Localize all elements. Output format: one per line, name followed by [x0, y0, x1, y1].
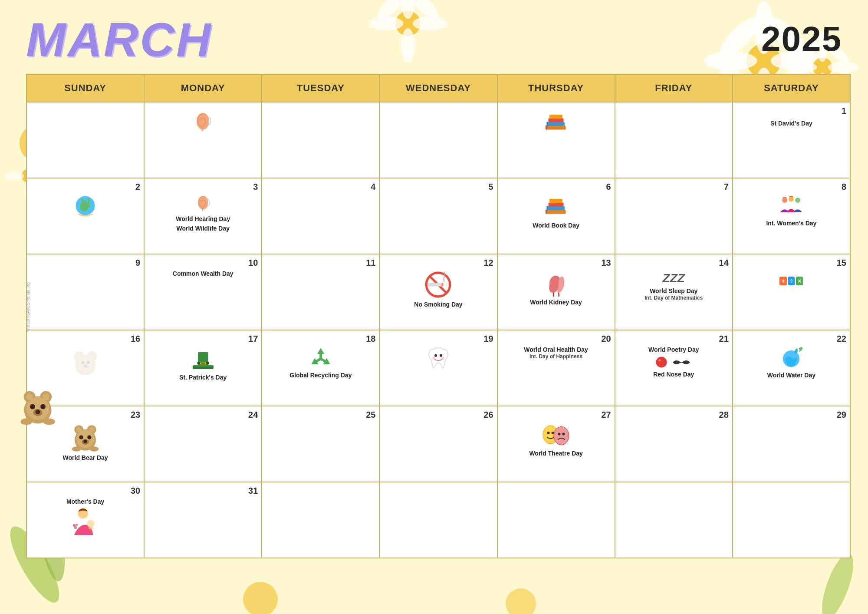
event-st-patricks-day: St. Patrick's Day	[148, 373, 258, 381]
svg-point-64	[86, 361, 89, 364]
day-cell-16: 16	[26, 330, 144, 406]
day-cell-22: 22 World Water Day	[733, 330, 850, 406]
svg-rect-42	[547, 122, 548, 126]
svg-point-92	[89, 446, 99, 452]
day-cell	[615, 102, 733, 178]
svg-rect-41	[546, 125, 547, 130]
event-st-davids-day: St David's Day	[770, 119, 812, 127]
header-friday: FRIDAY	[615, 74, 733, 102]
svg-point-31	[3, 172, 24, 180]
day-number-16: 16	[30, 334, 140, 344]
day-cell-saturday: 1 St David's Day	[733, 102, 850, 178]
svg-point-103	[75, 524, 78, 526]
weekday-header-row: SUNDAY MONDAY TUESDAY WEDNESDAY THURSDAY…	[26, 74, 850, 102]
day-cell-15: 15 + ÷ ×	[733, 254, 850, 330]
svg-point-63	[81, 361, 84, 364]
day-cell-25: 25	[262, 406, 379, 482]
svg-rect-38	[547, 122, 565, 126]
day-cell	[497, 102, 615, 178]
calendar-table: SUNDAY MONDAY TUESDAY WEDNESDAY THURSDAY…	[26, 74, 851, 558]
day-cell-2: 2	[26, 178, 144, 254]
day-cell-19: 19	[379, 330, 497, 406]
header-monday: MONDAY	[144, 74, 262, 102]
svg-rect-57	[443, 283, 448, 287]
event-world-hearing-day: World Hearing Day	[148, 215, 258, 223]
svg-point-89	[76, 427, 82, 432]
year-title: 2025	[761, 19, 842, 59]
day-number-28: 28	[619, 410, 729, 420]
week-row-2: 2 3	[26, 178, 850, 254]
day-cell-6: 6 World Book Day	[497, 178, 615, 254]
svg-rect-45	[546, 210, 566, 214]
event-int-womens-day: Int. Women's Day	[736, 219, 846, 227]
day-number-24: 24	[148, 410, 258, 420]
day-cell-empty-3	[497, 482, 615, 558]
week-row-4: 16 17	[26, 330, 850, 406]
svg-point-100	[86, 520, 94, 528]
day-number-6: 6	[501, 182, 611, 192]
svg-point-27	[815, 550, 860, 614]
header-thursday: THURSDAY	[497, 74, 615, 102]
day-cell-18: 18 Global Recycling Day	[262, 330, 379, 406]
day-cell	[379, 102, 497, 178]
math-icon-divide: ÷	[788, 277, 795, 285]
day-number-29: 29	[736, 410, 846, 420]
math-icon-plus: +	[779, 277, 786, 285]
event-int-day-happiness: Int. Day of Happiness	[501, 353, 611, 360]
svg-point-90	[89, 427, 94, 432]
day-number-2: 2	[30, 182, 140, 192]
svg-point-95	[552, 432, 554, 434]
watermark: NurseriesAndSchools.org	[26, 282, 30, 331]
svg-point-62	[78, 356, 93, 371]
day-cell-29: 29	[733, 406, 850, 482]
day-cell-empty-1	[262, 482, 379, 558]
day-cell-30: 30 Mother's Day	[26, 482, 144, 558]
event-world-oral-health-day: World Oral Health Day	[501, 346, 611, 353]
day-cell-empty-5	[733, 482, 850, 558]
day-1-content: St David's Day	[736, 118, 846, 127]
event-world-kidney-day: World Kidney Day	[501, 298, 611, 306]
day-number-30: 30	[30, 486, 140, 496]
day-number-17: 17	[148, 334, 258, 344]
svg-rect-58	[442, 283, 444, 287]
week-row-3: 9 10 Common Wealth Day 11 12	[26, 254, 850, 330]
day-cell-4: 4	[262, 178, 379, 254]
svg-point-75	[432, 357, 435, 360]
day-number-9: 9	[30, 258, 140, 268]
day-cell-14: 14 ZZZ World Sleep Day Int. Day of Mathe…	[615, 254, 733, 330]
svg-point-86	[87, 436, 91, 439]
day-number-22: 22	[736, 334, 846, 344]
day-number-25: 25	[266, 410, 375, 420]
week-row-5: 23	[26, 406, 850, 482]
header-wednesday: WEDNESDAY	[379, 74, 497, 102]
svg-point-74	[440, 354, 442, 357]
day-number-19: 19	[383, 334, 493, 344]
calendar-header: MARCH 2025	[0, 0, 868, 69]
day-number-7: 7	[619, 182, 729, 192]
day-number-23: 23	[30, 410, 140, 420]
event-world-poetry-day: World Poetry Day	[619, 346, 729, 353]
day-cell	[26, 102, 144, 178]
day-number-26: 26	[383, 410, 493, 420]
svg-point-88	[83, 439, 87, 443]
month-title: MARCH	[26, 12, 212, 67]
event-global-recycling-day: Global Recycling Day	[266, 371, 375, 379]
day-cell-21: 21 World Poetry Day Red Nose Day	[615, 330, 733, 406]
day-cell-28: 28	[615, 406, 733, 482]
day-cell-24: 24	[144, 406, 262, 482]
svg-point-98	[562, 433, 565, 436]
day-cell-13: 13 World Kidney Day	[497, 254, 615, 330]
event-mothers-day: Mother's Day	[30, 498, 140, 505]
math-icon-multiply: ×	[796, 277, 803, 285]
day-number-21: 21	[619, 334, 729, 344]
svg-rect-50	[547, 206, 548, 211]
event-world-book-day: World Book Day	[501, 221, 611, 229]
svg-rect-56	[428, 283, 443, 287]
header-saturday: SATURDAY	[733, 74, 850, 102]
header-sunday: SUNDAY	[26, 74, 144, 102]
event-int-day-mathematics: Int. Day of Mathematics	[619, 295, 729, 301]
svg-point-96	[554, 427, 569, 445]
svg-point-34	[243, 582, 278, 614]
event-no-smoking-day: No Smoking Day	[383, 300, 493, 308]
svg-point-97	[558, 433, 561, 436]
